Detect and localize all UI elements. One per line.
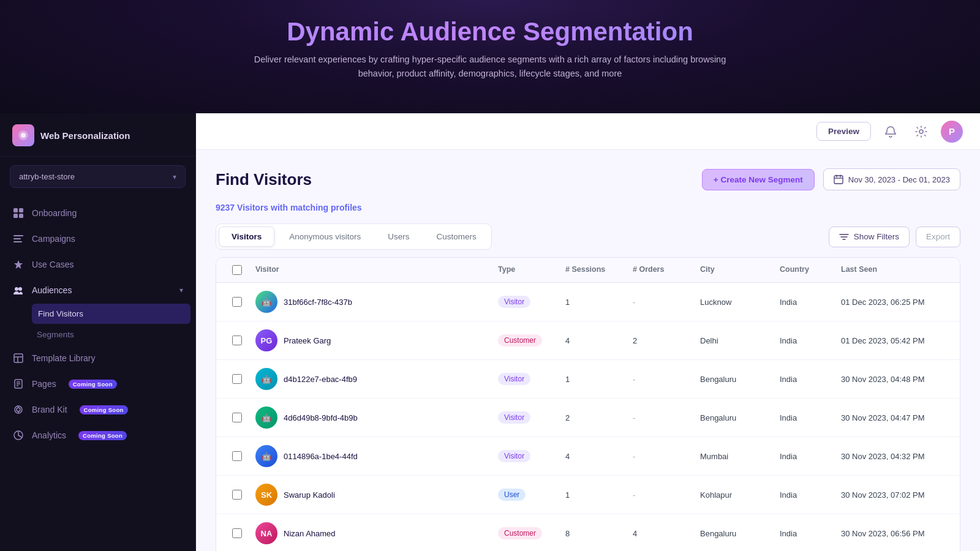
svg-rect-3: [19, 208, 23, 212]
pages-coming-soon-badge: Coming Soon: [69, 380, 117, 389]
table-row: PG Prateek Garg Customer 4 2 Delhi India…: [216, 321, 960, 360]
sidebar-item-find-visitors[interactable]: Find Visitors: [32, 304, 190, 324]
sidebar-item-audiences[interactable]: Audiences ▾: [0, 277, 195, 303]
row-checkbox[interactable]: [232, 335, 242, 345]
visitor-country: India: [775, 444, 836, 469]
user-avatar[interactable]: P: [941, 121, 963, 143]
brand-kit-coming-soon-badge: Coming Soon: [80, 405, 128, 414]
visitor-avatar: PG: [255, 329, 277, 351]
visitor-cell: 🤖 d4b122e7-ebac-4fb9: [251, 360, 493, 398]
notifications-button[interactable]: [880, 121, 902, 143]
visitor-country: India: [775, 482, 836, 508]
visitor-orders: -: [628, 405, 695, 430]
visitor-last-seen: 01 Dec 2023, 05:42 PM: [836, 328, 952, 353]
visitor-sessions: 1: [560, 367, 628, 392]
tab-actions: Show Filters Export: [829, 227, 960, 247]
sidebar-item-analytics[interactable]: Analytics Coming Soon: [0, 422, 195, 448]
campaigns-icon: [12, 233, 24, 245]
export-button[interactable]: Export: [916, 227, 960, 247]
visitor-orders: -: [628, 482, 695, 508]
visitor-cell: PG Prateek Garg: [251, 321, 493, 359]
visitor-country: India: [775, 521, 836, 546]
data-table: Visitor Type # Sessions # Orders City Co…: [216, 257, 960, 551]
visitor-count: 9237 Visitors with matching profiles: [216, 203, 960, 212]
store-selector[interactable]: attryb-test-store ▾: [10, 165, 186, 188]
svg-rect-2: [13, 208, 18, 212]
date-range-label: Nov 30, 2023 - Dec 01, 2023: [848, 175, 950, 184]
tab-visitors[interactable]: Visitors: [219, 227, 274, 247]
row-checkbox[interactable]: [232, 413, 242, 422]
visitor-type: Visitor: [493, 403, 560, 432]
template-library-label: Template Library: [32, 353, 96, 363]
row-checkbox[interactable]: [232, 451, 242, 461]
visitor-country: India: [775, 328, 836, 353]
visitor-last-seen: 30 Nov 2023, 04:48 PM: [836, 367, 952, 392]
table-header: Visitor Type # Sessions # Orders City Co…: [216, 258, 960, 283]
svg-rect-11: [14, 354, 23, 362]
tab-customers[interactable]: Customers: [424, 227, 489, 247]
visitor-last-seen: 30 Nov 2023, 04:47 PM: [836, 405, 952, 430]
tab-anonymous-visitors[interactable]: Anonymous visitors: [277, 227, 373, 247]
app-name: Web Personalization: [40, 130, 130, 141]
date-range-button[interactable]: Nov 30, 2023 - Dec 01, 2023: [823, 168, 960, 190]
create-segment-button[interactable]: + Create New Segment: [702, 169, 815, 190]
hero-subtitle: Deliver relevant experiences by crafting…: [251, 53, 729, 81]
sidebar-item-campaigns[interactable]: Campaigns: [0, 226, 195, 252]
visitor-city: Bengaluru: [695, 367, 775, 392]
filter-icon: [839, 232, 849, 242]
visitor-type: Visitor: [493, 288, 560, 316]
visitor-cell: SK Swarup Kadoli: [251, 476, 493, 514]
page-title: Find Visitors: [216, 170, 312, 189]
visitor-sessions: 8: [560, 521, 628, 546]
row-checkbox[interactable]: [232, 297, 242, 307]
preview-button[interactable]: Preview: [816, 122, 871, 141]
table-row: 🤖 d4b122e7-ebac-4fb9 Visitor 1 - Bengalu…: [216, 360, 960, 399]
svg-point-19: [17, 408, 20, 411]
hero-section: Dynamic Audience Segmentation Deliver re…: [0, 0, 980, 93]
sidebar-item-brand-kit[interactable]: Brand Kit Coming Soon: [0, 397, 195, 422]
visitor-count-suffix: Visitors with matching profiles: [235, 203, 361, 212]
row-checkbox[interactable]: [232, 490, 242, 500]
header-actions: + Create New Segment Nov 30, 2023 - Dec …: [702, 168, 960, 190]
sidebar-item-use-cases[interactable]: Use Cases: [0, 252, 195, 277]
visitor-name: d4b122e7-ebac-4fb9: [284, 375, 357, 384]
calendar-icon: [834, 174, 843, 184]
find-visitors-label: Find Visitors: [38, 309, 83, 318]
chevron-down-icon: ▾: [173, 173, 176, 181]
visitor-sessions: 1: [560, 290, 628, 315]
gear-icon: [915, 126, 927, 138]
visitor-country: India: [775, 367, 836, 392]
sidebar-item-pages[interactable]: Pages Coming Soon: [0, 371, 195, 397]
visitor-name: 0114896a-1be4-44fd: [284, 452, 358, 461]
sidebar-item-onboarding[interactable]: Onboarding: [0, 200, 195, 226]
visitor-name: 4d6d49b8-9bfd-4b9b: [284, 413, 358, 422]
visitor-cell: 🤖 4d6d49b8-9bfd-4b9b: [251, 399, 493, 437]
visitor-name: Swarup Kadoli: [284, 490, 335, 500]
visitor-avatar: 🤖: [255, 291, 277, 313]
collapse-icon: ▾: [179, 286, 183, 294]
sidebar-item-segments[interactable]: Segments: [37, 324, 190, 345]
select-all-checkbox[interactable]: [232, 265, 242, 275]
th-country: Country: [775, 258, 836, 282]
row-checkbox[interactable]: [232, 374, 242, 384]
show-filters-button[interactable]: Show Filters: [829, 227, 910, 247]
audiences-label: Audiences: [32, 285, 72, 295]
visitor-city: Kohlapur: [695, 482, 775, 508]
sidebar-header: Web Personalization: [0, 113, 195, 157]
sidebar-item-template-library[interactable]: Template Library: [0, 345, 195, 371]
settings-button[interactable]: [910, 121, 932, 143]
visitor-orders: -: [628, 444, 695, 469]
visitor-last-seen: 30 Nov 2023, 07:02 PM: [836, 482, 952, 508]
pages-icon: [12, 378, 24, 390]
table-row: 🤖 0114896a-1be4-44fd Visitor 4 - Mumbai …: [216, 437, 960, 476]
segments-label: Segments: [37, 330, 74, 339]
table-row: 🤖 31bf66cf-7f8c-437b Visitor 1 - Lucknow…: [216, 283, 960, 321]
hero-title: Dynamic Audience Segmentation: [12, 17, 968, 47]
visitor-last-seen: 30 Nov 2023, 04:32 PM: [836, 444, 952, 469]
tab-users[interactable]: Users: [375, 227, 421, 247]
visitor-type: User: [493, 481, 560, 509]
top-bar: Preview P: [196, 113, 980, 150]
row-checkbox[interactable]: [232, 528, 242, 538]
visitor-name: Prateek Garg: [284, 336, 331, 345]
page-content: Find Visitors + Create New Segment Nov 3…: [196, 150, 980, 551]
